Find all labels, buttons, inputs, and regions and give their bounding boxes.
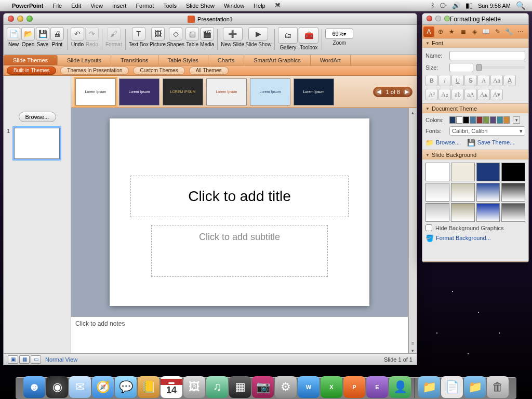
theme-thumbnail-0[interactable]: Lorem Ipsum (75, 78, 116, 105)
dock-ichat[interactable]: 💬 (115, 376, 137, 398)
subtab-builtin[interactable]: Built-in Themes (7, 66, 56, 75)
volume-icon[interactable]: 🔊 (452, 2, 460, 9)
palette-tab-font[interactable]: A (423, 26, 434, 37)
dock-documents[interactable]: 📁 (418, 376, 440, 398)
theme-thumbnail-4[interactable]: Lorem Ipsum (250, 78, 290, 105)
tab-slide-themes[interactable]: Slide Themes (4, 55, 58, 65)
theme-thumbnail-2[interactable]: LOREM IPSUM (163, 78, 203, 105)
textbox-button[interactable]: T (132, 27, 145, 41)
theme-thumbnail-1[interactable]: Lorem Ipsum (119, 78, 159, 105)
dock-addressbook[interactable]: 📒 (138, 376, 159, 398)
gallery-next-button[interactable]: ▶ (403, 88, 410, 96)
vertical-scrollbar[interactable]: ▴≡▾ (408, 108, 417, 353)
menu-edit[interactable]: Edit (66, 0, 86, 11)
font-name-input[interactable] (449, 51, 525, 60)
palette-close-button[interactable] (427, 16, 432, 21)
theme-thumbnail-3[interactable]: Lorem Ipsum (206, 78, 247, 105)
theme-browse-button[interactable]: 📁Browse... (425, 138, 460, 147)
hide-bg-checkbox[interactable] (425, 224, 432, 231)
dock-word[interactable]: W (298, 376, 320, 398)
dock-file[interactable]: 📄 (441, 376, 463, 398)
format-painter-button[interactable]: 🖌 (107, 27, 121, 41)
bg-swatch-8[interactable] (425, 203, 449, 222)
palette-tab-tools[interactable]: 🔧 (503, 26, 514, 37)
window-titlebar[interactable]: Presentation1 (4, 14, 417, 25)
toolbox-button[interactable]: 🧰 (299, 27, 318, 44)
underline-button[interactable]: U (451, 75, 464, 86)
tab-wordart[interactable]: WordArt (311, 55, 351, 65)
script-menu-icon[interactable]: ⌘ (270, 0, 285, 11)
theme-color-swatches[interactable] (449, 116, 510, 124)
shapes-button[interactable]: ◇ (169, 27, 182, 41)
slideshow-button[interactable]: ▶ (248, 27, 268, 41)
wifi-icon[interactable]: ⧂ (440, 2, 447, 10)
dock-entourage[interactable]: E (366, 376, 388, 398)
title-placeholder[interactable]: Click to add title (130, 176, 349, 217)
bg-swatch-6[interactable] (476, 183, 500, 202)
format-background-button[interactable]: 🪣Format Background... (425, 234, 525, 242)
theme-thumbnail-5[interactable]: Lorem Ipsum (294, 78, 334, 105)
subtab-custom[interactable]: Custom Themes (133, 66, 184, 75)
palette-min-button[interactable] (435, 16, 441, 21)
dock-excel[interactable]: X (321, 376, 342, 398)
table-button[interactable]: ▦ (185, 27, 199, 41)
battery-icon[interactable]: ▮▯ (466, 2, 473, 9)
browse-themes-button[interactable]: Browse... (19, 112, 56, 122)
menu-help[interactable]: Help (249, 0, 270, 11)
palette-titlebar[interactable]: Formatting Palette (422, 14, 528, 25)
section-theme-header[interactable]: Document Theme (422, 104, 528, 113)
bg-swatch-1[interactable] (451, 163, 475, 181)
section-font-header[interactable]: Font (422, 38, 528, 48)
spacing-button[interactable]: aA (464, 89, 477, 100)
print-button[interactable]: 🖨 (50, 27, 64, 41)
slideshow-view-button[interactable]: ▭ (31, 355, 41, 364)
subtab-all[interactable]: All Themes (189, 66, 229, 75)
dock-dashboard[interactable]: ◉ (46, 376, 68, 398)
menu-file[interactable]: File (48, 0, 67, 11)
tab-transitions[interactable]: Transitions (111, 55, 158, 65)
bluetooth-icon[interactable]: ᛒ (431, 2, 435, 9)
bg-swatch-4[interactable] (425, 183, 449, 202)
super-button[interactable]: A² (425, 89, 438, 100)
change-case-button[interactable]: Aa (490, 75, 503, 86)
dock-itunes[interactable]: ♫ (206, 376, 228, 398)
palette-tab-review[interactable]: ✎ (492, 26, 503, 37)
picture-button[interactable]: 🖼 (151, 27, 165, 41)
slide-thumbnail-1[interactable]: 1 (7, 128, 68, 159)
menu-slideshow[interactable]: Slide Show (181, 0, 219, 11)
strikethrough-button[interactable]: S̶ (464, 75, 477, 86)
dock-preview[interactable]: 🖼 (183, 376, 205, 398)
tab-smartart[interactable]: SmartArt Graphics (244, 55, 310, 65)
media-button[interactable]: 🎬 (201, 27, 214, 41)
menu-insert[interactable]: Insert (108, 0, 131, 11)
subtitle-placeholder[interactable]: Click to add subtitle (151, 225, 328, 277)
palette-tab-more[interactable]: ⋯ (515, 26, 526, 37)
tab-table-styles[interactable]: Table Styles (158, 55, 208, 65)
menu-view[interactable]: View (86, 0, 108, 11)
zoom-button[interactable] (26, 16, 33, 22)
palette-tab-layers[interactable]: ≣ (458, 26, 469, 37)
tab-charts[interactable]: Charts (208, 55, 244, 65)
dock-powerpoint[interactable]: P (343, 376, 365, 398)
redo-button[interactable]: ↷ (85, 27, 99, 41)
undo-button[interactable]: ↶ (71, 27, 84, 41)
close-button[interactable] (8, 16, 14, 22)
bg-swatch-10[interactable] (476, 203, 500, 222)
dock-mail[interactable]: ✉ (69, 376, 91, 398)
bold-button[interactable]: B (425, 75, 438, 86)
app-menu[interactable]: PowerPoint (7, 0, 48, 11)
menu-format[interactable]: Format (131, 0, 158, 11)
bg-swatch-5[interactable] (451, 183, 475, 202)
palette-tab-star[interactable]: ★ (446, 26, 457, 37)
font-color-button[interactable]: A̲ (503, 75, 516, 86)
highlight-button[interactable]: ab (451, 89, 464, 100)
bg-swatch-2[interactable] (476, 163, 500, 181)
save-button[interactable]: 💾 (36, 27, 49, 41)
theme-colors-dropdown[interactable]: ▾ (513, 116, 520, 124)
dock-spaces[interactable]: ▦ (229, 376, 251, 398)
sub-button[interactable]: A₂ (438, 89, 451, 100)
save-theme-button[interactable]: 💾Save Theme... (467, 138, 514, 147)
palette-tab-add[interactable]: ⊕ (435, 26, 446, 37)
dock-iphoto[interactable]: 📷 (252, 376, 274, 398)
gallery-button[interactable]: 🗂 (278, 27, 298, 44)
